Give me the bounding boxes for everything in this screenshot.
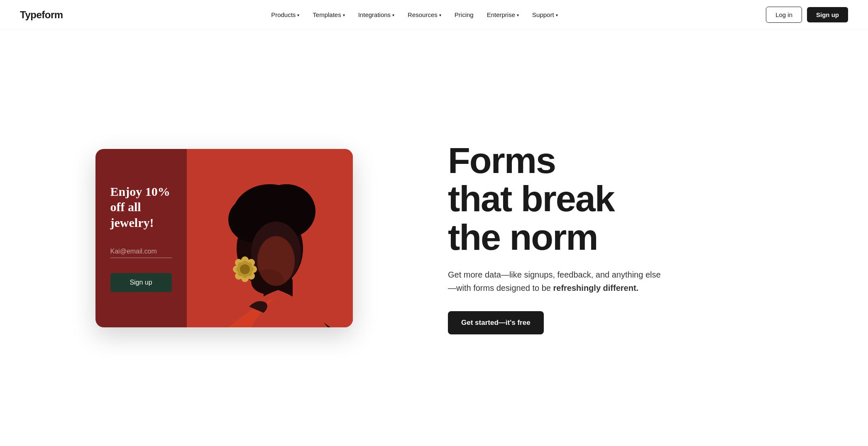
cta-button[interactable]: Get started—it's free xyxy=(448,311,544,334)
nav-item-pricing[interactable]: Pricing xyxy=(449,8,479,22)
hero-subtitle: Get more data—like signups, feedback, an… xyxy=(448,268,664,295)
chevron-down-icon: ▾ xyxy=(439,13,441,17)
hero-title-line2: that break xyxy=(448,178,614,219)
nav-item-templates[interactable]: Templates ▾ xyxy=(307,8,350,22)
nav-label-resources: Resources xyxy=(408,11,438,18)
nav-item-resources[interactable]: Resources ▾ xyxy=(402,8,447,22)
nav-label-products: Products xyxy=(271,11,296,18)
hero-content: Forms that break the norm Get more data—… xyxy=(431,141,835,334)
form-card-left: Enjoy 10% off all jewelry! Sign up xyxy=(95,149,187,327)
hero-title-line3: the norm xyxy=(448,217,597,258)
hero-subtitle-bold: refreshingly different. xyxy=(553,283,639,292)
navbar-actions: Log in Sign up xyxy=(766,7,848,23)
nav-links: Products ▾ Templates ▾ Integrations ▾ Re… xyxy=(63,8,766,22)
brand-logo[interactable]: Typeform xyxy=(20,9,63,21)
svg-point-26 xyxy=(257,236,295,286)
form-card-email-input[interactable] xyxy=(110,245,172,258)
nav-item-integrations[interactable]: Integrations ▾ xyxy=(352,8,400,22)
nav-label-integrations: Integrations xyxy=(358,11,391,18)
chevron-down-icon: ▾ xyxy=(556,13,558,17)
chevron-down-icon: ▾ xyxy=(392,13,394,17)
nav-label-enterprise: Enterprise xyxy=(487,11,515,18)
svg-point-25 xyxy=(240,264,250,274)
signup-nav-button[interactable]: Sign up xyxy=(807,7,848,22)
nav-item-enterprise[interactable]: Enterprise ▾ xyxy=(481,8,525,22)
form-card-signup-button[interactable]: Sign up xyxy=(110,273,172,292)
nav-item-support[interactable]: Support ▾ xyxy=(526,8,564,22)
nav-item-products[interactable]: Products ▾ xyxy=(265,8,305,22)
hero-title-line1: Forms xyxy=(448,140,555,181)
chevron-down-icon: ▾ xyxy=(343,13,345,17)
nav-label-support: Support xyxy=(532,11,554,18)
hero-title: Forms that break the norm xyxy=(448,141,835,256)
login-button[interactable]: Log in xyxy=(766,7,802,23)
hero-form-card-container: Enjoy 10% off all jewelry! Sign up xyxy=(42,149,406,327)
navbar: Typeform Products ▾ Templates ▾ Integrat… xyxy=(0,0,868,30)
form-card-image xyxy=(187,149,353,327)
hero-section: Enjoy 10% off all jewelry! Sign up xyxy=(0,30,868,446)
chevron-down-icon: ▾ xyxy=(297,13,299,17)
nav-label-pricing: Pricing xyxy=(455,11,474,18)
form-card-heading: Enjoy 10% off all jewelry! xyxy=(110,184,172,231)
form-card: Enjoy 10% off all jewelry! Sign up xyxy=(95,149,353,327)
nav-label-templates: Templates xyxy=(313,11,341,18)
chevron-down-icon: ▾ xyxy=(517,13,519,17)
